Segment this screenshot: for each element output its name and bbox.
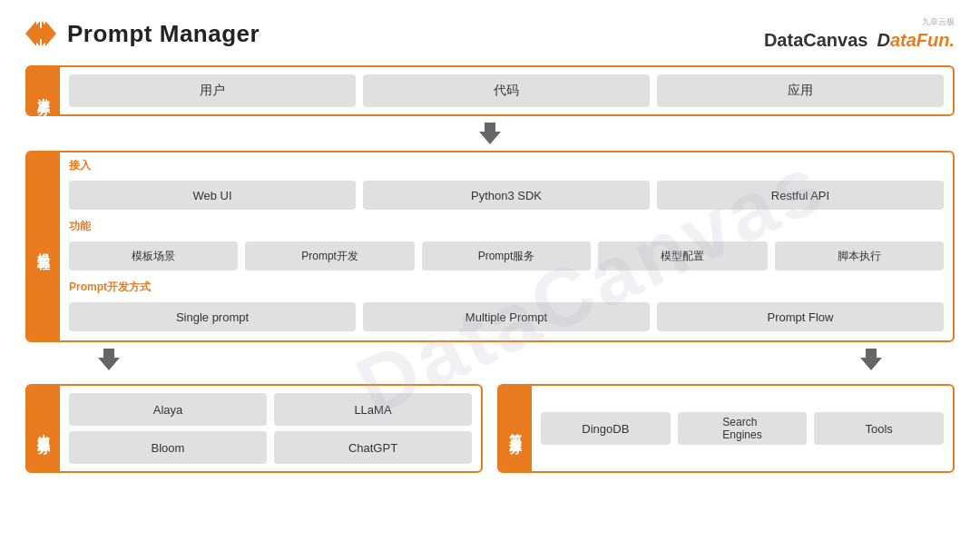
datafun-logo: DataFun.	[877, 30, 955, 51]
arrow-head-right	[860, 358, 882, 370]
third-party-search-engines: Search Engines	[678, 412, 808, 445]
func-prompt-dev: Prompt开发	[245, 241, 414, 271]
section-third-party: 第三方服务 DingoDB Search Engines Tools	[497, 384, 955, 473]
third-party-dingodb: DingoDB	[541, 412, 671, 445]
access-restful-api: Restful API	[657, 181, 944, 210]
section-large-model: 大模型服务 Alaya LLaMA Bloom ChatGPT	[25, 384, 483, 473]
func-row: 模板场景 Prompt开发 Prompt服务 模型配置 脚本执行	[69, 241, 944, 271]
bottom-row: 大模型服务 Alaya LLaMA Bloom ChatGPT 第三方服务	[25, 384, 955, 473]
large-model-llama: LLaMA	[274, 393, 472, 426]
header-left: Prompt Manager	[25, 20, 260, 48]
arrow-head-left	[98, 358, 120, 370]
diagram: 上游服务 用户 代码 应用 提示工程 接入 We	[25, 65, 955, 473]
func-model-config: 模型配置	[598, 241, 767, 271]
large-model-bloom: Bloom	[69, 431, 267, 464]
arrow-stem-body-left	[103, 349, 114, 358]
large-model-content: Alaya LLaMA Bloom ChatGPT	[60, 386, 481, 471]
large-model-row1: Alaya LLaMA	[69, 393, 472, 426]
third-party-tools: Tools	[814, 412, 944, 445]
large-model-label: 大模型服务	[27, 386, 60, 471]
third-party-content: DingoDB Search Engines Tools	[532, 386, 953, 471]
dev-single-prompt: Single prompt	[69, 302, 356, 331]
arrow-down-1	[25, 120, 955, 147]
func-prompt-service: Prompt服务	[422, 241, 591, 271]
third-party-boxes: DingoDB Search Engines Tools	[541, 412, 944, 445]
access-label: 接入	[69, 158, 944, 173]
dev-prompt-flow: Prompt Flow	[657, 302, 944, 331]
third-party-label: 第三方服务	[499, 386, 532, 471]
page-title: Prompt Manager	[67, 20, 260, 48]
upstream-box-code: 代码	[363, 74, 650, 107]
access-webui: Web UI	[69, 181, 356, 210]
section-upstream: 上游服务 用户 代码 应用	[25, 65, 955, 116]
func-script: 脚本执行	[775, 241, 944, 271]
access-python-sdk: Python3 SDK	[363, 181, 650, 210]
arrow-stem-left	[98, 349, 120, 370]
arrow-stem-body-right	[866, 349, 877, 358]
upstream-label: 上游服务	[27, 67, 60, 114]
header: Prompt Manager 九章云极 DataCanvas DataFun.	[25, 16, 955, 51]
large-model-row2: Bloom ChatGPT	[69, 431, 472, 464]
jiuzhang-label: 九章云极	[922, 16, 955, 28]
upstream-boxes: 用户 代码 应用	[69, 74, 944, 107]
upstream-box-user: 用户	[69, 74, 356, 107]
large-model-chatgpt: ChatGPT	[274, 431, 472, 464]
dev-row: Single prompt Multiple Prompt Prompt Flo…	[69, 302, 944, 331]
arrow-head-1	[479, 132, 501, 144]
large-model-alaya: Alaya	[69, 393, 267, 426]
logos-row: DataCanvas DataFun.	[764, 30, 955, 51]
func-label: 功能	[69, 219, 944, 234]
func-template: 模板场景	[69, 241, 238, 271]
section-middle: 提示工程 接入 Web UI Python3 SDK Restful API 功…	[25, 151, 955, 342]
double-arrow-icon	[25, 21, 58, 46]
arrow-stem-body-1	[485, 123, 495, 132]
dev-multiple-prompt: Multiple Prompt	[363, 302, 650, 331]
page-container: DataCanvas Prompt Manager 九章云极 DataCanva…	[0, 0, 980, 551]
between-arrows	[25, 346, 955, 373]
upstream-content: 用户 代码 应用	[60, 67, 953, 114]
arrow-stem-right	[860, 349, 882, 370]
header-logos: 九章云极 DataCanvas DataFun.	[764, 16, 955, 51]
datacanvas-logo: DataCanvas	[764, 30, 868, 51]
dev-label: Prompt开发方式	[69, 280, 944, 295]
middle-label: 提示工程	[27, 153, 60, 340]
upstream-box-app: 应用	[657, 74, 944, 107]
middle-content: 接入 Web UI Python3 SDK Restful API 功能 模板场…	[60, 153, 953, 340]
arrow-stem-1	[479, 123, 501, 144]
access-row: Web UI Python3 SDK Restful API	[69, 181, 944, 210]
